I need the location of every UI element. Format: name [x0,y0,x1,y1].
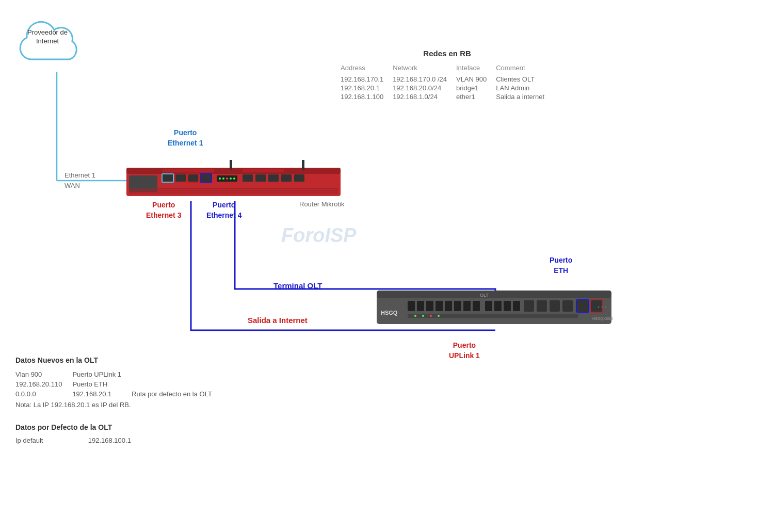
svg-rect-29 [129,192,338,194]
puerto-eth-olt-label: Puerto ETH [550,255,572,276]
svg-point-13 [222,178,224,180]
svg-point-14 [226,178,228,180]
svg-text:HSGQ-G008: HSGQ-G008 [592,317,613,321]
puerto-eth1-label: Puerto Ethernet 1 [168,128,203,148]
col-interface: Inteface [456,63,496,75]
svg-point-55 [414,315,416,317]
svg-rect-28 [129,190,338,191]
terminal-olt-label: Terminal OLT [273,281,322,290]
svg-rect-40 [463,301,471,311]
puerto-eth4-label: Puerto Ethernet 4 [206,200,241,220]
svg-rect-31 [377,291,611,298]
table-cell: Ruta por defecto en la OLT [132,389,222,399]
svg-point-60 [598,307,600,308]
salida-internet-label: Salida a Internet [248,316,308,325]
svg-rect-41 [473,301,480,311]
svg-rect-52 [591,300,602,312]
svg-rect-47 [537,300,547,312]
table-cell: 192.168.20.0/24 [393,84,456,92]
svg-rect-39 [454,301,461,311]
svg-text:OLT: OLT [480,293,489,298]
table-cell: Vlan 900 [15,369,72,379]
svg-rect-18 [255,174,266,182]
col-comment: Comment [496,63,554,75]
table-cell [132,379,222,389]
puerto-eth3-label: Puerto Ethernet 3 [146,200,181,220]
table-cell: Puerto ETH [72,379,132,389]
svg-rect-23 [243,169,284,172]
svg-point-57 [430,315,432,317]
table-cell: 0.0.0.0 [15,389,72,399]
svg-rect-42 [485,301,492,311]
eth1-wan-label: Ethernet 1 WAN [64,170,95,190]
datos-nuevos-table: Vlan 900Puerto UPLink 1192.168.20.110Pue… [15,369,222,399]
datos-nuevos-section: Datos Nuevos en la OLT Vlan 900Puerto UP… [15,356,222,409]
datos-defecto-row: Ip default 192.168.100.1 [15,437,131,444]
svg-rect-3 [126,168,341,174]
table-cell: 192.168.1.0/24 [393,92,456,101]
svg-rect-37 [436,301,443,311]
router-device [126,160,343,201]
svg-rect-5 [302,160,304,170]
svg-text:HSGQ: HSGQ [381,310,398,316]
svg-point-61 [602,307,603,308]
table-cell: Puerto UPLink 1 [72,369,132,379]
svg-rect-17 [243,174,253,182]
svg-rect-49 [562,300,573,312]
table-cell: VLAN 900 [456,75,496,84]
svg-rect-9 [188,174,199,182]
datos-nuevos-title: Datos Nuevos en la OLT [15,356,222,364]
svg-rect-38 [445,301,452,311]
puerto-uplink-label: Puerto UPLink 1 [449,341,480,361]
svg-rect-36 [426,301,433,311]
svg-point-12 [219,178,221,180]
svg-rect-44 [504,301,511,311]
svg-point-15 [230,178,232,180]
svg-rect-10 [201,174,212,182]
table-cell [132,369,222,379]
ip-default-label: Ip default [15,437,43,444]
svg-rect-4 [230,160,232,170]
table-cell: 192.168.170.1 [341,75,393,84]
table-cell: ether1 [456,92,496,101]
table-cell: 192.168.20.1 [341,84,393,92]
cloud-label: Proveedor de Internet [17,28,78,46]
table-cell: 192.168.1.100 [341,92,393,101]
ip-default-value: 192.168.100.1 [88,437,131,444]
table-cell: Clientes OLT [496,75,554,84]
svg-rect-45 [513,301,520,311]
svg-rect-54 [408,314,578,318]
svg-point-16 [233,178,235,180]
col-address: Address [341,63,393,75]
svg-rect-21 [294,174,304,182]
table-cell: bridge1 [456,84,496,92]
col-network: Network [393,63,456,75]
table-cell: 192.168.170.0 /24 [393,75,456,84]
svg-rect-35 [417,301,424,311]
svg-rect-22 [163,169,214,172]
table-cell: Salida a internet [496,92,554,101]
svg-rect-19 [268,174,279,182]
svg-rect-34 [408,301,415,311]
table-cell: 192.168.20.1 [72,389,132,399]
datos-defecto-section: Datos por Defecto de la OLT Ip default 1… [15,423,131,444]
svg-rect-43 [494,301,502,311]
svg-rect-27 [129,188,338,189]
table-cell: LAN Admin [496,84,554,92]
svg-rect-7 [163,174,173,182]
watermark: ForoISP [281,224,357,247]
datos-nuevos-note: Nota: La IP 192.168.20.1 es IP del RB. [15,401,222,409]
datos-defecto-title: Datos por Defecto de la OLT [15,423,131,431]
svg-rect-48 [550,300,560,312]
svg-rect-20 [281,174,292,182]
redes-rb-section: Redes en RB Address Network Inteface Com… [341,49,554,101]
table-cell: 192.168.20.110 [15,379,72,389]
redes-rb-title: Redes en RB [341,49,554,58]
router-mikrotik-label: Router Mikrotik [299,200,344,208]
svg-rect-50 [577,300,588,312]
svg-rect-6 [129,175,157,192]
svg-point-62 [605,307,607,308]
svg-rect-46 [524,300,534,312]
svg-point-56 [422,315,424,317]
svg-point-58 [438,315,440,317]
